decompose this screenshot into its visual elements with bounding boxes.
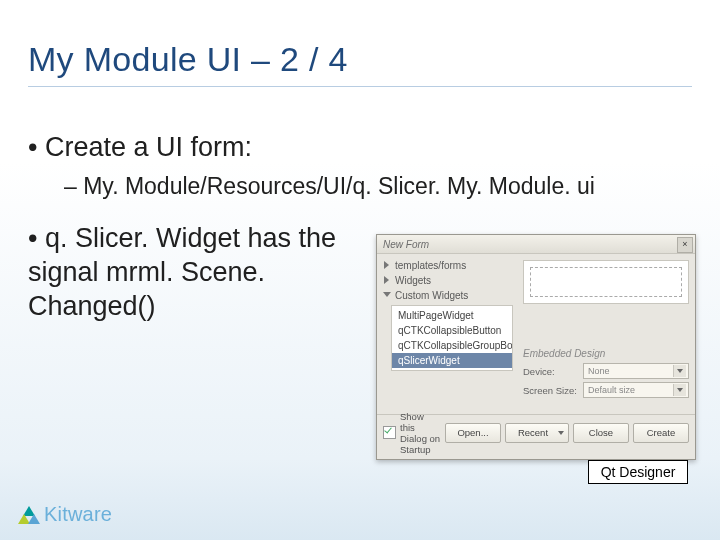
tree-custom-widgets[interactable]: Custom Widgets xyxy=(381,288,513,303)
qt-designer-caption: Qt Designer xyxy=(588,460,688,484)
list-item-selected[interactable]: qSlicerWidget xyxy=(392,353,512,368)
tree-widgets[interactable]: Widgets xyxy=(381,273,513,288)
preview-placeholder xyxy=(530,267,682,297)
kitware-logo-text: Kitware xyxy=(44,503,112,526)
chevron-down-icon xyxy=(383,292,391,297)
tree-label: Custom Widgets xyxy=(395,290,468,301)
device-row: Device: None xyxy=(523,363,689,379)
bullet-create-ui-form: Create a UI form: xyxy=(28,132,692,163)
close-button[interactable]: Close xyxy=(573,423,629,443)
dialog-body: templates/forms Widgets Custom Widgets M… xyxy=(377,254,695,414)
embedded-design-label: Embedded Design xyxy=(523,348,689,359)
tree-label: templates/forms xyxy=(395,260,466,271)
slide-title: My Module UI – 2 / 4 xyxy=(28,40,348,79)
dialog-footer: Show this Dialog on Startup Open... Rece… xyxy=(377,414,695,450)
screen-size-row: Screen Size: Default size xyxy=(523,382,689,398)
device-label: Device: xyxy=(523,366,579,377)
list-item[interactable]: qCTKCollapsibleGroupBox xyxy=(392,338,512,353)
list-item[interactable]: MultiPageWidget xyxy=(392,308,512,323)
create-button[interactable]: Create xyxy=(633,423,689,443)
title-underline xyxy=(28,86,692,87)
dialog-right-pane: Embedded Design Device: None Screen Size… xyxy=(517,254,695,414)
chevron-right-icon xyxy=(384,276,389,284)
dialog-title: New Form xyxy=(383,239,429,250)
list-item[interactable]: qCTKCollapsibleButton xyxy=(392,323,512,338)
footer-buttons: Open... Recent Close Create xyxy=(445,423,689,443)
sub-bullet-path: My. Module/Resources/UI/q. Slicer. My. M… xyxy=(64,173,692,200)
form-preview xyxy=(523,260,689,304)
startup-checkbox-label: Show this Dialog on Startup xyxy=(400,411,441,455)
dialog-titlebar[interactable]: New Form × xyxy=(377,235,695,254)
tree-label: Widgets xyxy=(395,275,431,286)
screen-size-label: Screen Size: xyxy=(523,385,579,396)
open-button[interactable]: Open... xyxy=(445,423,501,443)
custom-widget-list: MultiPageWidget qCTKCollapsibleButton qC… xyxy=(391,305,513,371)
new-form-dialog: New Form × templates/forms Widgets Custo… xyxy=(376,234,696,460)
close-icon[interactable]: × xyxy=(677,237,693,253)
bullet-qslicerwidget-signal: q. Slicer. Widget has the signal mrml. S… xyxy=(28,222,348,323)
template-tree: templates/forms Widgets Custom Widgets M… xyxy=(377,254,517,414)
kitware-logo-icon xyxy=(18,504,40,526)
kitware-logo: Kitware xyxy=(18,503,112,526)
chevron-right-icon xyxy=(384,261,389,269)
tree-templates-forms[interactable]: templates/forms xyxy=(381,258,513,273)
device-combo[interactable]: None xyxy=(583,363,689,379)
startup-checkbox[interactable] xyxy=(383,426,396,439)
recent-button[interactable]: Recent xyxy=(505,423,569,443)
screen-size-combo[interactable]: Default size xyxy=(583,382,689,398)
